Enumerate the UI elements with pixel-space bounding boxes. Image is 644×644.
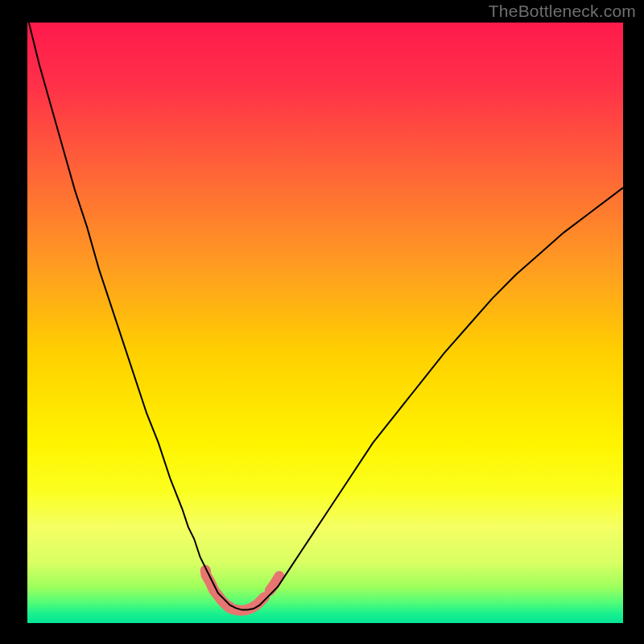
watermark-text: TheBottleneck.com xyxy=(489,2,636,21)
chart-svg xyxy=(27,23,623,623)
chart-frame: TheBottleneck.com xyxy=(0,0,644,644)
chart-plot-area xyxy=(27,23,623,623)
